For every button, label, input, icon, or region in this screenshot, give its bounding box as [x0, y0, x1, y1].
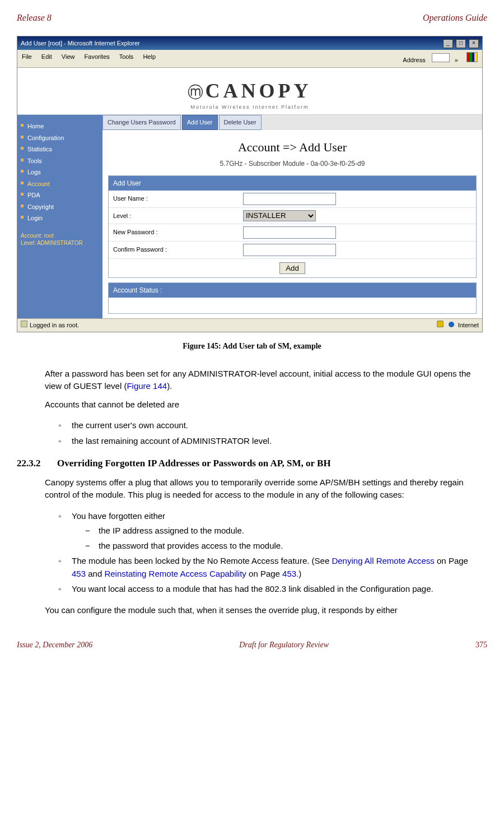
tab-delete-user[interactable]: Delete User — [219, 115, 262, 130]
reinstating-access-link[interactable]: Reinstating Remote Access Capability — [104, 569, 246, 578]
sidebar-item-login[interactable]: Login — [21, 212, 99, 224]
section-number: 22.3.2 — [17, 456, 57, 471]
page-453-link-a[interactable]: 453 — [72, 569, 86, 578]
menu-tools[interactable]: Tools — [119, 53, 134, 60]
address-label: Address — [400, 56, 427, 64]
browser-screenshot: Add User [root] - Microsoft Internet Exp… — [17, 36, 483, 332]
list-item: You want local access to a module that h… — [58, 583, 482, 596]
confirm-input[interactable] — [243, 244, 336, 256]
list-item: the IP address assigned to the module. — [85, 525, 482, 537]
menu-view[interactable]: View — [62, 53, 75, 60]
menu-file[interactable]: File — [22, 53, 32, 60]
page-title: Account => Add User — [102, 138, 482, 156]
paragraph-1: After a password has been set for any AD… — [45, 368, 482, 393]
list-item: the last remaining account of ADMINISTRA… — [58, 435, 482, 448]
close-icon[interactable]: × — [469, 39, 479, 48]
newpass-input[interactable] — [243, 226, 336, 239]
menu-help[interactable]: Help — [143, 53, 156, 60]
account-name: Account: root — [21, 232, 99, 239]
list-item: the current user's own account. — [58, 419, 482, 432]
window-titlebar: Add User [root] - Microsoft Internet Exp… — [17, 36, 482, 50]
account-level: Level: ADMINISTRATOR — [21, 239, 99, 247]
footer-issue: Issue 2, December 2006 — [17, 639, 92, 651]
level-label: Level : — [109, 208, 241, 224]
username-input[interactable] — [243, 193, 336, 205]
username-label: User Name : — [109, 191, 241, 207]
list-item: The module has been locked by the No Rem… — [58, 555, 482, 580]
footer-page: 375 — [475, 639, 487, 651]
device-info: 5.7GHz - Subscriber Module - 0a-00-3e-f0… — [102, 159, 482, 169]
internet-icon — [449, 322, 454, 327]
account-status-panel-header: Account Status : — [109, 283, 476, 298]
tab-add-user[interactable]: Add User — [182, 115, 218, 130]
tab-change-password[interactable]: Change Users Password — [102, 115, 181, 130]
ie-menubar: File Edit View Favorites Tools Help Addr… — [17, 50, 482, 68]
list-item: the password that provides access to the… — [85, 540, 482, 553]
confirm-label: Confirm Password : — [109, 242, 241, 258]
header-release: Release 8 — [17, 11, 52, 25]
window-controls: _ □ × — [442, 38, 479, 48]
list-item: You have forgotten either the IP address… — [58, 510, 482, 553]
add-user-panel-header: Add User — [109, 176, 476, 191]
add-button[interactable]: Add — [279, 262, 305, 274]
denying-access-link[interactable]: Denying All Remote Access — [332, 556, 434, 565]
section-title: Overriding Forgotten IP Addresses or Pas… — [57, 456, 331, 471]
status-icon — [21, 321, 27, 327]
sidebar: Home Configuration Statistics Tools Logs… — [17, 115, 102, 318]
address-box[interactable] — [432, 53, 450, 62]
maximize-icon[interactable]: □ — [456, 39, 466, 48]
menu-favorites[interactable]: Favorites — [85, 53, 110, 60]
sidebar-item-account[interactable]: Account — [21, 178, 99, 190]
sidebar-item-statistics[interactable]: Statistics — [21, 143, 99, 155]
sidebar-item-pda[interactable]: PDA — [21, 189, 99, 201]
newpass-label: New Password : — [109, 224, 241, 241]
ie-statusbar: Logged in as root. Internet — [17, 318, 482, 332]
sidebar-item-tools[interactable]: Tools — [21, 155, 99, 167]
header-guide: Operations Guide — [423, 11, 487, 25]
figure-144-link[interactable]: Figure 144 — [127, 381, 167, 391]
lock-icon — [437, 321, 444, 327]
paragraph-2: Accounts that cannot be deleted are — [45, 398, 482, 411]
footer-draft: Draft for Regulatory Review — [239, 639, 329, 651]
logo-text: CANOPY — [206, 80, 312, 102]
main-panel: Change Users Password Add User Delete Us… — [102, 115, 482, 318]
paragraph-4: You can configure the module such that, … — [45, 604, 482, 617]
window-title: Add User [root] - Microsoft Internet Exp… — [21, 39, 140, 48]
windows-flag-icon — [466, 52, 478, 62]
menu-edit[interactable]: Edit — [41, 53, 52, 60]
status-text: Logged in as root. — [30, 322, 79, 328]
minimize-icon[interactable]: _ — [443, 39, 453, 48]
toolbar-expand[interactable]: » — [451, 57, 461, 63]
section-heading: 22.3.2 Overriding Forgotten IP Addresses… — [17, 456, 487, 471]
level-select[interactable]: INSTALLER — [243, 210, 316, 221]
logo-motorola-icon: ⓜ — [188, 84, 203, 101]
sidebar-item-configuration[interactable]: Configuration — [21, 132, 99, 144]
figure-caption: Figure 145: Add User tab of SM, example — [17, 340, 487, 352]
zone-text: Internet — [458, 322, 479, 328]
sidebar-item-home[interactable]: Home — [21, 120, 99, 132]
logo-subtext: Motorola Wireless Internet Platform — [17, 104, 482, 112]
sidebar-item-copyright[interactable]: Copyright — [21, 201, 99, 213]
sidebar-item-logs[interactable]: Logs — [21, 166, 99, 178]
paragraph-3: Canopy systems offer a plug that allows … — [45, 476, 482, 502]
page-453-link-b[interactable]: 453 — [282, 569, 296, 578]
